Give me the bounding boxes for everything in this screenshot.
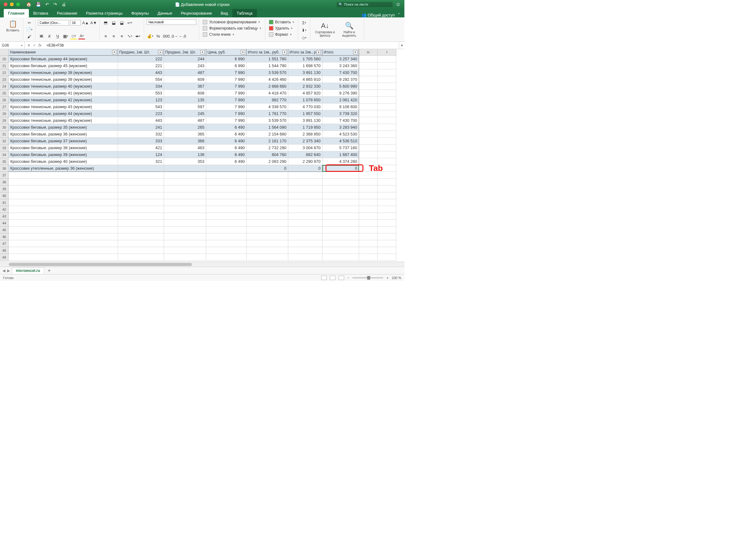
- row-header[interactable]: 40: [0, 192, 9, 199]
- select-all-corner[interactable]: [0, 49, 9, 56]
- cell[interactable]: [9, 179, 118, 186]
- conditional-format-button[interactable]: Условное форматирование: [202, 19, 262, 25]
- sort-filter-button[interactable]: A↓ Сортировка и фильтр: [313, 21, 337, 38]
- cell[interactable]: 367: [164, 83, 206, 90]
- cell[interactable]: 244: [164, 56, 206, 62]
- clear-icon[interactable]: ◇: [301, 34, 308, 41]
- format-cells-button[interactable]: Формат: [268, 32, 296, 37]
- row-header[interactable]: 31: [0, 131, 9, 138]
- find-select-button[interactable]: 🔍 Найти и выделить: [337, 21, 361, 38]
- cell[interactable]: 421: [118, 145, 164, 151]
- cell[interactable]: [164, 213, 206, 220]
- cell[interactable]: Кроссовки беговые, размер 37 (женские): [9, 138, 118, 145]
- ribbon-tab-7[interactable]: Вид: [216, 9, 233, 18]
- cell[interactable]: [378, 124, 396, 131]
- cell[interactable]: Кроссовки беговые, размер 39 (женские): [9, 151, 118, 158]
- cell[interactable]: [118, 254, 164, 261]
- cell[interactable]: 243: [164, 62, 206, 69]
- row-header[interactable]: 39: [0, 186, 9, 192]
- autosum-icon[interactable]: Σ: [301, 19, 308, 26]
- cell[interactable]: [359, 254, 378, 261]
- cell[interactable]: [9, 206, 118, 213]
- cell[interactable]: 1 705 560: [288, 56, 322, 62]
- row-header[interactable]: 24: [0, 83, 9, 90]
- cell[interactable]: [206, 186, 246, 192]
- filter-dropdown-icon[interactable]: ▼: [200, 50, 205, 54]
- cell-styles-button[interactable]: Стили ячеек: [202, 32, 262, 37]
- cut-icon[interactable]: ✂: [26, 19, 33, 26]
- cell[interactable]: 608: [164, 90, 206, 97]
- cell[interactable]: [359, 145, 378, 151]
- cell[interactable]: [246, 233, 288, 240]
- column-letter[interactable]: H: [359, 49, 378, 56]
- cell[interactable]: [359, 240, 378, 247]
- filter-dropdown-icon[interactable]: ▼: [353, 50, 358, 54]
- cell[interactable]: 3 243 360: [322, 62, 359, 69]
- cell[interactable]: 443: [118, 69, 164, 76]
- cell[interactable]: 5 600 990: [322, 83, 359, 90]
- ribbon-tab-6[interactable]: Рецензирование: [176, 9, 216, 18]
- cell[interactable]: 332: [118, 131, 164, 138]
- cell[interactable]: [378, 62, 396, 69]
- cell[interactable]: [378, 192, 396, 199]
- cell[interactable]: [359, 56, 378, 62]
- cell[interactable]: 6 490: [206, 131, 246, 138]
- cell[interactable]: [9, 192, 118, 199]
- cell[interactable]: [359, 117, 378, 124]
- cell[interactable]: [378, 103, 396, 110]
- row-header[interactable]: 35: [0, 158, 9, 165]
- cell[interactable]: 7 990: [206, 83, 246, 90]
- column-header[interactable]: Продано, 1кв. Шт.▼: [118, 49, 164, 56]
- cell[interactable]: 4 523 530: [322, 131, 359, 138]
- cell[interactable]: 597: [164, 103, 206, 110]
- cell[interactable]: [118, 172, 164, 179]
- view-normal-icon[interactable]: [321, 276, 327, 280]
- view-layout-icon[interactable]: [330, 276, 335, 280]
- row-header[interactable]: 48: [0, 247, 9, 254]
- cell[interactable]: [206, 254, 246, 261]
- cell[interactable]: [288, 192, 322, 199]
- cell[interactable]: 6 490: [206, 138, 246, 145]
- cell[interactable]: [9, 240, 118, 247]
- cell[interactable]: [359, 192, 378, 199]
- cell[interactable]: 4 857 920: [288, 90, 322, 97]
- filter-dropdown-icon[interactable]: ▼: [158, 50, 163, 54]
- cell[interactable]: [359, 90, 378, 97]
- cell[interactable]: [246, 199, 288, 206]
- cell[interactable]: 3 257 340: [322, 56, 359, 62]
- row-header[interactable]: 41: [0, 199, 9, 206]
- cell[interactable]: [288, 240, 322, 247]
- zoom-in-icon[interactable]: +: [386, 276, 388, 280]
- cell[interactable]: [164, 186, 206, 192]
- cell[interactable]: [246, 192, 288, 199]
- cell[interactable]: [378, 138, 396, 145]
- sheet-nav-prev-icon[interactable]: ◀: [3, 268, 5, 273]
- close-window-button[interactable]: [4, 3, 8, 6]
- cell[interactable]: [288, 227, 322, 233]
- cell[interactable]: [246, 213, 288, 220]
- cell[interactable]: [9, 233, 118, 240]
- cell[interactable]: [359, 110, 378, 117]
- horizontal-scrollbar[interactable]: [0, 262, 404, 267]
- cell[interactable]: [322, 220, 359, 227]
- cell[interactable]: 2 061 420: [322, 97, 359, 103]
- cell[interactable]: 4 418 470: [246, 90, 288, 97]
- cell[interactable]: 0: [322, 165, 359, 172]
- align-top-icon[interactable]: ⬒: [102, 19, 109, 26]
- row-header[interactable]: 49: [0, 254, 9, 261]
- cell[interactable]: [246, 247, 288, 254]
- cell[interactable]: 7 990: [206, 117, 246, 124]
- formula-input[interactable]: =E36+F36: [44, 43, 399, 48]
- cell[interactable]: [206, 233, 246, 240]
- cell[interactable]: [246, 186, 288, 192]
- cell[interactable]: 882 640: [288, 151, 322, 158]
- zoom-slider[interactable]: [352, 277, 383, 278]
- align-bottom-icon[interactable]: ⬓: [118, 19, 125, 26]
- insert-cells-button[interactable]: Вставить: [268, 19, 296, 25]
- undo-icon[interactable]: ↶: [45, 2, 49, 7]
- expand-formula-bar-icon[interactable]: ▾: [399, 42, 404, 49]
- cell[interactable]: 4 536 510: [322, 138, 359, 145]
- cell[interactable]: [206, 220, 246, 227]
- row-header[interactable]: 22: [0, 69, 9, 76]
- cell[interactable]: [378, 117, 396, 124]
